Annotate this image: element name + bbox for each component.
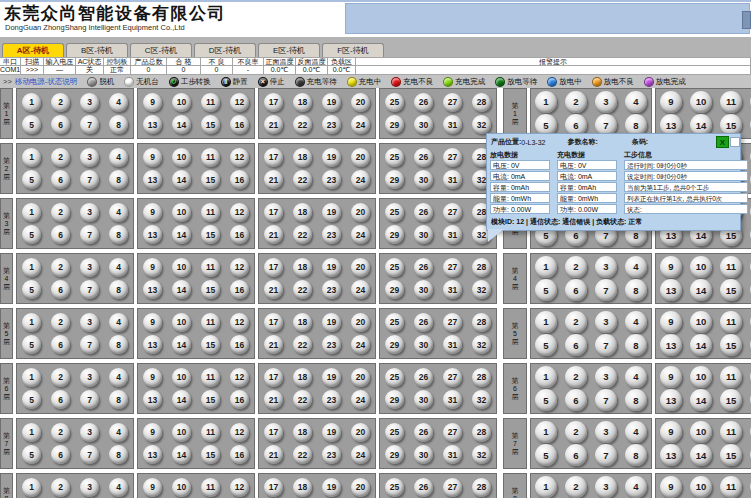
battery-slot[interactable]: 2: [51, 203, 70, 222]
battery-slot[interactable]: 14: [172, 115, 191, 134]
battery-slot[interactable]: 3: [80, 313, 99, 332]
battery-slot[interactable]: 5: [22, 390, 41, 409]
tab-zone-0[interactable]: A区-待机: [2, 43, 64, 57]
battery-slot[interactable]: 18: [293, 148, 312, 167]
battery-slot[interactable]: 1: [22, 203, 41, 222]
battery-slot[interactable]: 16: [230, 335, 249, 354]
battery-slot[interactable]: 9: [143, 423, 162, 442]
battery-slot[interactable]: 14: [690, 279, 712, 301]
battery-slot[interactable]: 17: [264, 423, 283, 442]
battery-slot[interactable]: 14: [172, 225, 191, 244]
battery-slot[interactable]: 25: [385, 203, 404, 222]
battery-slot[interactable]: 19: [322, 313, 341, 332]
battery-slot[interactable]: 31: [443, 115, 462, 134]
battery-slot[interactable]: 8: [625, 389, 647, 411]
battery-slot[interactable]: 11: [201, 368, 220, 387]
battery-slot[interactable]: 15: [201, 280, 220, 299]
battery-slot[interactable]: 3: [595, 476, 617, 498]
battery-slot[interactable]: 31: [443, 390, 462, 409]
battery-slot[interactable]: 26: [414, 423, 433, 442]
battery-slot[interactable]: 15: [201, 115, 220, 134]
battery-slot[interactable]: 13: [143, 445, 162, 464]
battery-slot[interactable]: 12: [230, 203, 249, 222]
battery-slot[interactable]: 6: [565, 279, 587, 301]
battery-slot[interactable]: 3: [80, 423, 99, 442]
battery-slot[interactable]: 7: [80, 335, 99, 354]
battery-slot[interactable]: 24: [351, 280, 370, 299]
battery-slot[interactable]: 31: [443, 335, 462, 354]
battery-slot[interactable]: 3: [80, 368, 99, 387]
battery-slot[interactable]: 2: [565, 366, 587, 388]
battery-slot[interactable]: 15: [720, 279, 742, 301]
battery-slot[interactable]: 9: [143, 258, 162, 277]
battery-slot[interactable]: 25: [385, 313, 404, 332]
battery-slot[interactable]: 9: [660, 311, 682, 333]
battery-slot[interactable]: 29: [385, 225, 404, 244]
battery-slot[interactable]: 15: [720, 444, 742, 466]
battery-slot[interactable]: 19: [322, 478, 341, 497]
battery-slot[interactable]: 21: [264, 280, 283, 299]
battery-slot[interactable]: 14: [172, 445, 191, 464]
battery-slot[interactable]: 6: [51, 280, 70, 299]
battery-slot[interactable]: 19: [322, 93, 341, 112]
battery-slot[interactable]: 2: [565, 421, 587, 443]
battery-slot[interactable]: 11: [720, 311, 742, 333]
battery-slot[interactable]: 1: [535, 421, 557, 443]
battery-slot[interactable]: 7: [595, 389, 617, 411]
battery-slot[interactable]: 9: [143, 313, 162, 332]
battery-slot[interactable]: 9: [143, 368, 162, 387]
battery-slot[interactable]: 17: [264, 368, 283, 387]
battery-slot[interactable]: 24: [351, 115, 370, 134]
battery-slot[interactable]: 9: [143, 478, 162, 497]
battery-slot[interactable]: 14: [172, 280, 191, 299]
battery-slot[interactable]: 17: [264, 203, 283, 222]
battery-slot[interactable]: 12: [230, 93, 249, 112]
battery-slot[interactable]: 20: [351, 258, 370, 277]
battery-slot[interactable]: 2: [51, 258, 70, 277]
battery-slot[interactable]: 23: [322, 170, 341, 189]
battery-slot[interactable]: 1: [535, 91, 557, 113]
barcode-input[interactable]: [730, 137, 740, 147]
battery-slot[interactable]: 1: [535, 256, 557, 278]
battery-slot[interactable]: 2: [565, 256, 587, 278]
battery-slot[interactable]: 5: [22, 170, 41, 189]
battery-slot[interactable]: 32: [472, 115, 491, 134]
battery-slot[interactable]: 9: [660, 91, 682, 113]
battery-slot[interactable]: 1: [22, 423, 41, 442]
battery-slot[interactable]: 3: [80, 203, 99, 222]
battery-slot[interactable]: 32: [472, 390, 491, 409]
battery-slot[interactable]: 28: [472, 368, 491, 387]
battery-slot[interactable]: 6: [51, 445, 70, 464]
battery-slot[interactable]: 3: [595, 91, 617, 113]
battery-slot[interactable]: 13: [660, 334, 682, 356]
battery-slot[interactable]: 7: [80, 170, 99, 189]
battery-slot[interactable]: 13: [143, 115, 162, 134]
battery-slot[interactable]: 28: [472, 478, 491, 497]
battery-slot[interactable]: 30: [414, 445, 433, 464]
battery-slot[interactable]: 26: [414, 203, 433, 222]
battery-slot[interactable]: 27: [443, 93, 462, 112]
tab-zone-5[interactable]: F区-待机: [322, 43, 384, 57]
battery-slot[interactable]: 4: [625, 91, 647, 113]
battery-slot[interactable]: 17: [264, 93, 283, 112]
battery-slot[interactable]: 24: [351, 225, 370, 244]
battery-slot[interactable]: 14: [172, 335, 191, 354]
battery-slot[interactable]: 28: [472, 258, 491, 277]
battery-slot[interactable]: 15: [201, 390, 220, 409]
battery-slot[interactable]: 25: [385, 368, 404, 387]
battery-slot[interactable]: 5: [535, 389, 557, 411]
battery-slot[interactable]: 2: [51, 423, 70, 442]
battery-slot[interactable]: 15: [720, 389, 742, 411]
battery-slot[interactable]: 8: [109, 445, 128, 464]
battery-slot[interactable]: 4: [625, 366, 647, 388]
battery-slot[interactable]: 2: [565, 91, 587, 113]
battery-slot[interactable]: 12: [230, 258, 249, 277]
battery-slot[interactable]: 18: [293, 203, 312, 222]
battery-slot[interactable]: 6: [565, 389, 587, 411]
battery-slot[interactable]: 14: [172, 170, 191, 189]
battery-slot[interactable]: 2: [51, 148, 70, 167]
battery-slot[interactable]: 3: [80, 478, 99, 497]
battery-slot[interactable]: 2: [565, 311, 587, 333]
battery-slot[interactable]: 11: [720, 256, 742, 278]
battery-slot[interactable]: 18: [293, 93, 312, 112]
